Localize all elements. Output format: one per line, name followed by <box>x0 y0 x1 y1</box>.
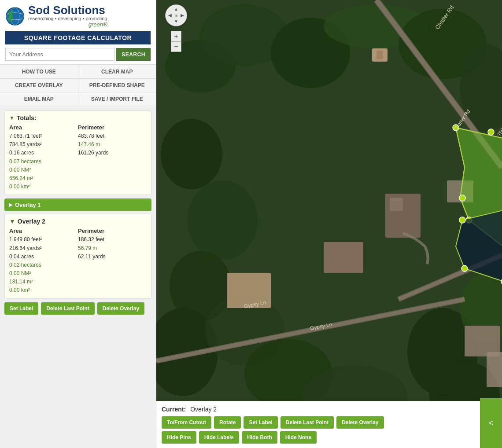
nav-right-arrow[interactable]: ▶ <box>181 13 184 18</box>
overlay2-area-header: Area <box>9 228 78 234</box>
map-area[interactable]: Chatter Rd Chatter Rd 750 Gypsy Ln Gypsy… <box>156 0 502 448</box>
pre-defined-shape-button[interactable]: PRE-DEFINED SHAPE <box>78 79 156 92</box>
nav-down-arrow[interactable]: ▼ <box>174 19 178 24</box>
nav-row-3: EMAIL MAP SAVE / IMPORT FILE <box>0 92 156 106</box>
overlay2-perim-header: Perimeter <box>78 228 147 234</box>
totals-area-nm2: 0.00 NM² <box>9 166 78 174</box>
toolbar-btns-row2: Hide Pins Hide Labels Hide Both Hide Non… <box>162 431 475 444</box>
nav-up-arrow[interactable]: ▲ <box>174 7 178 11</box>
totals-perim-ft: 483.78 feet <box>78 132 147 140</box>
brand-text: Sod Solutions researching • developing •… <box>28 4 107 28</box>
totals-area-col: Area 7,063.71 feet² 784.85 yards² 0.16 a… <box>9 124 78 191</box>
address-input[interactable] <box>5 48 114 61</box>
totals-title: Totals: <box>17 114 37 121</box>
overlay2-title: Overlay 2 <box>18 218 45 225</box>
brand-green: green® <box>28 21 107 28</box>
svg-rect-29 <box>390 198 403 211</box>
totals-perim-col: Perimeter 483.78 feet 147.46 m 161.26 ya… <box>78 124 147 191</box>
svg-point-37 <box>488 129 494 135</box>
map-nav: ▲ ◀ ◉ ▶ ▼ <box>165 4 187 26</box>
totals-grid: Area 7,063.71 feet² 784.85 yards² 0.16 a… <box>9 124 147 191</box>
overlay2-perim-col: Perimeter 186.32 feet 56.79 m 62.11 yard… <box>78 228 147 294</box>
totals-perim-header: Perimeter <box>78 124 147 131</box>
overlay1-title: Overlay 1 <box>15 202 41 208</box>
bottom-toolbar: Current: Overlay 2 To/From Cutout Rotate… <box>156 401 480 448</box>
overlay2-perim-ft: 186.32 feet <box>78 235 147 244</box>
side-toggle-button[interactable]: < <box>480 398 502 448</box>
svg-rect-27 <box>376 51 383 59</box>
overlay2-area-acres: 0.04 acres <box>9 253 78 261</box>
toolbar-btns-row1: To/From Cutout Rotate Set Label Delete L… <box>162 416 475 429</box>
svg-rect-34 <box>487 352 502 387</box>
totals-perim-yards: 161.26 yards <box>78 149 147 157</box>
hide-labels-button[interactable]: Hide Labels <box>199 431 239 444</box>
hide-both-button[interactable]: Hide Both <box>242 431 277 444</box>
svg-point-11 <box>187 180 258 260</box>
nav-arrows: ▲ ◀ ◉ ▶ ▼ <box>167 6 185 25</box>
nav-row-2: CREATE OVERLAY PRE-DEFINED SHAPE <box>0 78 156 92</box>
overlay2-actions: Set Label Delete Last Point Delete Overl… <box>4 302 151 315</box>
hide-none-button[interactable]: Hide None <box>280 431 317 444</box>
totals-area-hectares: 0.07 hectares <box>9 158 78 166</box>
satellite-map: Chatter Rd Chatter Rd 750 Gypsy Ln Gypsy… <box>156 0 502 448</box>
current-row: Current: Overlay 2 <box>162 406 475 413</box>
delete-overlay-button[interactable]: Delete Overlay <box>97 302 144 315</box>
overlay2-grid: Area 1,949.80 feet² 216.64 yards² 0.04 a… <box>9 228 147 294</box>
search-button[interactable]: SEARCH <box>116 48 151 61</box>
svg-rect-30 <box>324 242 363 273</box>
zoom-in-button[interactable]: + <box>171 31 181 41</box>
set-label-button[interactable]: Set Label <box>4 302 38 315</box>
nav-left-arrow[interactable]: ◀ <box>168 13 172 18</box>
zoom-out-button[interactable]: − <box>171 41 181 52</box>
calc-title: SQUARE FOOTAGE CALCULATOR <box>5 31 151 44</box>
overlay2-area-km2: 0.00 km² <box>9 286 78 294</box>
nav-row-1: HOW TO USE CLEAR MAP <box>0 65 156 78</box>
overlay2-area-hectares: 0.02 hectares <box>9 261 78 269</box>
totals-section: ▼ Totals: Area 7,063.71 feet² 784.85 yar… <box>4 110 151 195</box>
terrain-svg: Chatter Rd Chatter Rd 750 Gypsy Ln Gypsy… <box>156 0 502 448</box>
svg-point-46 <box>459 195 465 201</box>
hide-pins-button[interactable]: Hide Pins <box>162 431 196 444</box>
delete-last-point-button[interactable]: Delete Last Point <box>41 302 94 315</box>
bottom-set-label-button[interactable]: Set Label <box>244 416 277 429</box>
brand-name: Sod Solutions <box>28 4 107 16</box>
brand-sod: Sod <box>28 4 50 17</box>
brand-solutions: Solutions <box>50 4 105 17</box>
svg-point-54 <box>461 265 468 272</box>
nav-circle[interactable]: ▲ ◀ ◉ ▶ ▼ <box>165 4 187 26</box>
svg-rect-33 <box>465 326 500 356</box>
how-to-use-button[interactable]: HOW TO USE <box>0 65 78 78</box>
clear-map-button[interactable]: CLEAR MAP <box>78 65 156 78</box>
create-overlay-button[interactable]: CREATE OVERLAY <box>0 79 78 92</box>
bottom-delete-last-button[interactable]: Delete Last Point <box>281 416 334 429</box>
totals-area-header: Area <box>9 124 78 131</box>
rotate-button[interactable]: Rotate <box>214 416 241 429</box>
bottom-delete-overlay-button[interactable]: Delete Overlay <box>336 416 384 429</box>
to-from-cutout-button[interactable]: To/From Cutout <box>162 416 211 429</box>
totals-area-acres: 0.16 acres <box>9 149 78 157</box>
overlay2-area-col: Area 1,949.80 feet² 216.64 yards² 0.04 a… <box>9 228 78 294</box>
totals-arrow: ▼ <box>9 115 15 121</box>
svg-point-49 <box>459 217 465 223</box>
overlay2-area-ft2: 1,949.80 feet² <box>9 235 78 244</box>
overlay2-arrow: ▼ <box>9 218 15 225</box>
overlay2-perim-yards: 62.11 yards <box>78 253 147 261</box>
totals-area-km2: 0.00 km² <box>9 183 78 191</box>
totals-header[interactable]: ▼ Totals: <box>9 114 147 121</box>
totals-area-m2: 656.24 m² <box>9 174 78 183</box>
overlay1-bar[interactable]: ▶ Overlay 1 <box>4 198 151 211</box>
overlay2-header[interactable]: ▼ Overlay 2 <box>9 218 147 225</box>
current-value: Overlay 2 <box>190 406 217 413</box>
totals-area-ft2: 7,063.71 feet² <box>9 132 78 140</box>
brand-tagline: researching • developing • promoting <box>28 16 107 21</box>
current-label: Current: <box>162 406 186 413</box>
header: Sod Solutions researching • developing •… <box>0 0 156 65</box>
left-panel: Sod Solutions researching • developing •… <box>0 0 156 448</box>
save-import-button[interactable]: SAVE / IMPORT FILE <box>78 92 156 106</box>
overlay2-section: ▼ Overlay 2 Area 1,949.80 feet² 216.64 y… <box>4 214 151 298</box>
email-map-button[interactable]: EMAIL MAP <box>0 92 78 106</box>
overlay1-arrow: ▶ <box>9 202 12 208</box>
overlay2-area-yd2: 216.64 yards² <box>9 244 78 253</box>
globe-icon <box>5 7 25 26</box>
nav-center: ◉ <box>175 14 178 18</box>
